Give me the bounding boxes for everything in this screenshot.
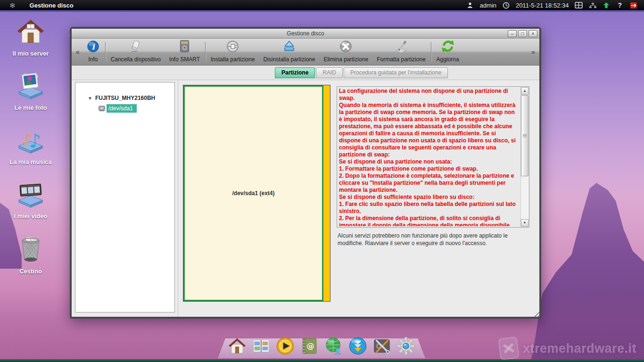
info-scrollbar[interactable]: ▲ ▼ <box>520 87 528 227</box>
wallpaper-bottom-strip <box>0 359 644 362</box>
scroll-down-button[interactable]: ▼ <box>521 219 528 227</box>
hard-disk-icon <box>178 40 191 55</box>
scrollbar-grip <box>523 134 527 138</box>
partition-map[interactable]: /dev/sda1 (ext4) <box>183 85 330 302</box>
mount-partition-button[interactable]: Installa partizione <box>206 39 259 65</box>
info-paragraph: Se si dispone di una partizione non usat… <box>339 158 519 165</box>
info-paragraph: 1. Fare clic sullo spazio libero nella t… <box>339 201 519 215</box>
shortcut-label: Le mie foto <box>14 104 47 111</box>
toolbar-scroll-right[interactable]: » <box>529 48 537 56</box>
toolbar-separator <box>431 42 431 62</box>
shortcut-label: Cestino <box>19 268 42 275</box>
dock-downloads-icon[interactable] <box>348 336 368 356</box>
partition-detail-panel: /dev/sda1 (ext4) La configurazione del s… <box>178 80 539 317</box>
clock-icon <box>503 2 510 9</box>
disk-icon <box>98 105 106 112</box>
info-button[interactable]: i Info <box>82 39 104 65</box>
desktop-shortcuts: Il mio server Le mie foto ♪♪ La mia musi… <box>7 17 55 275</box>
dock-media-player-icon[interactable] <box>275 336 295 356</box>
toolbar-label: Formatta partizione <box>377 56 425 63</box>
unmount-partition-button[interactable]: Disinstalla partizione <box>259 39 319 65</box>
info-paragraph: Se si dispone di sufficiente spazio libe… <box>339 194 519 201</box>
dock-disk-utility-icon[interactable] <box>372 336 392 356</box>
watermark: xtremehardware.it <box>499 337 636 359</box>
close-button[interactable]: × <box>528 30 537 37</box>
info-icon: i <box>86 40 100 55</box>
partition-map-label: /dev/sda1 (ext4) <box>232 190 274 197</box>
system-topbar: ❄ Gestione disco admin 2011-5-21 18:52:3… <box>0 0 644 10</box>
videos-icon <box>16 180 45 211</box>
dock-settings-icon[interactable] <box>396 336 416 356</box>
partition-block[interactable]: /dev/sda1 (ext4) <box>183 85 323 301</box>
system-logo-icon[interactable]: ❄ <box>9 2 16 9</box>
toolbar-separator <box>105 42 106 62</box>
refresh-icon <box>441 39 455 55</box>
shortcut-my-videos[interactable]: I miei video <box>7 180 55 220</box>
services-restart-note: Alcuni servizi potrebbero non funzionare… <box>338 232 528 247</box>
delete-partition-button[interactable]: Elimina partizione <box>319 39 372 65</box>
watermark-text: xtremehardware.it <box>523 341 636 356</box>
shortcut-my-photos[interactable]: Le mie foto <box>7 71 55 111</box>
tree-device-node[interactable]: ▼ FUJITSU_MHY2160BH <box>88 95 174 101</box>
logged-in-user[interactable]: admin <box>479 2 496 9</box>
tree-expand-icon[interactable]: ▼ <box>88 96 92 101</box>
tab-installation-wizard[interactable]: Procedura guidata per l'installazione <box>344 67 448 78</box>
app-grid-icon[interactable] <box>575 2 583 8</box>
topbar-app-title: Gestione disco <box>30 2 74 9</box>
toolbar-label: Info <box>88 56 98 63</box>
eraser-icon <box>129 40 142 55</box>
tree-partition-node[interactable]: /dev/sda1 <box>98 104 174 113</box>
info-paragraph: 2. Per la dimensione della partizione, d… <box>339 215 519 226</box>
pencil-icon <box>394 40 408 55</box>
window-content: ▼ FUJITSU_MHY2160BH /dev/sda1 /dev/sda1 … <box>72 80 539 317</box>
toolbar-separator <box>205 42 206 62</box>
svg-text:@: @ <box>307 342 314 351</box>
format-partition-button[interactable]: Formatta partizione <box>372 39 429 65</box>
dock-home-icon[interactable] <box>227 336 247 356</box>
watermark-x-badge-icon <box>498 337 519 361</box>
info-paragraph: 2. Dopo la formattazione è completata, s… <box>339 173 519 194</box>
upload-arrow-icon[interactable] <box>603 2 610 8</box>
window-title: Gestione disco <box>72 30 539 37</box>
tab-raid[interactable]: RAID <box>316 67 343 78</box>
plug-icon <box>226 40 239 55</box>
logout-icon[interactable] <box>630 2 637 9</box>
swap-info-panel: La configurazione del sistema non dispon… <box>337 86 529 228</box>
scrollbar-thumb[interactable] <box>521 95 528 176</box>
swap-warning-text: La configurazione del sistema non dispon… <box>339 88 519 226</box>
info-paragraph: La configurazione del sistema non dispon… <box>339 88 519 102</box>
disk-management-window: Gestione disco – □ × « i Info Cancella d… <box>70 27 541 319</box>
tab-partizione[interactable]: Partizione <box>275 67 315 78</box>
toolbar-label: Disinstalla partizione <box>263 56 315 63</box>
shortcut-trash[interactable]: Cestino <box>7 234 55 275</box>
trash-icon <box>17 234 45 266</box>
shortcut-label: I miei video <box>14 213 48 220</box>
dock-network-chat-icon[interactable] <box>324 336 344 356</box>
workgroup-icon[interactable] <box>589 2 597 8</box>
dock-contacts-icon[interactable]: @ <box>299 336 319 356</box>
shortcut-my-server[interactable]: Il mio server <box>7 17 55 57</box>
erase-device-button[interactable]: Cancella dispositivo <box>107 39 165 65</box>
info-paragraph: Quando la memoria di sistema è insuffici… <box>339 102 519 158</box>
music-icon: ♪♪ <box>16 125 45 156</box>
window-titlebar[interactable]: Gestione disco – □ × <box>72 29 539 39</box>
toolbar-label: Installa partizione <box>211 56 255 63</box>
refresh-button[interactable]: Aggiorna <box>432 39 463 65</box>
help-icon[interactable]: ? <box>616 1 624 9</box>
dock: @ <box>218 334 425 358</box>
user-icon <box>467 2 473 8</box>
smart-info-button[interactable]: Info SMART <box>165 39 204 65</box>
dock-photo-album-icon[interactable] <box>251 336 271 356</box>
shortcut-label: Il mio server <box>13 50 49 57</box>
scroll-up-button[interactable]: ▲ <box>521 87 528 95</box>
minimize-button[interactable]: – <box>508 30 517 37</box>
svg-text:♪: ♪ <box>29 130 41 152</box>
home-icon <box>16 17 45 48</box>
topbar-accent-line <box>0 10 644 12</box>
maximize-button[interactable]: □ <box>518 30 527 37</box>
photos-icon <box>16 71 45 102</box>
toolbar-scroll-left[interactable]: « <box>74 48 82 56</box>
eject-icon <box>282 40 296 55</box>
device-name: FUJITSU_MHY2160BH <box>95 95 155 101</box>
shortcut-my-music[interactable]: ♪♪ La mia musica <box>7 125 55 165</box>
